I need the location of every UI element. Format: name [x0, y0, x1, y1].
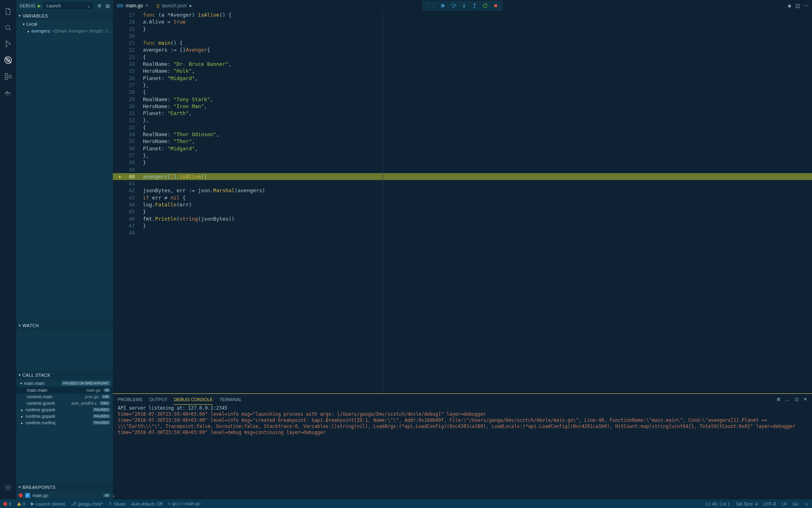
step-into-icon[interactable]	[461, 2, 467, 9]
code-line[interactable]: 34 RealName: "Thor Odinson",	[113, 131, 812, 138]
step-out-icon[interactable]	[471, 2, 478, 9]
callstack-frame[interactable]: runtime.mainproc.go198	[16, 393, 113, 400]
debug-config-select[interactable]: Launch ⌄	[43, 2, 93, 9]
callstack-header[interactable]: CALL STACK	[16, 371, 113, 380]
panel-tab-debug-console[interactable]: DEBUG CONSOLE	[174, 395, 213, 405]
code-line[interactable]: 30 HeroName: "Iron Man",	[113, 103, 812, 110]
debug-icon[interactable]	[0, 52, 16, 68]
callstack-thread[interactable]: main.main PAUSED ON BREAKPOINT	[16, 380, 113, 387]
code-line[interactable]: 19}	[113, 26, 812, 33]
code-line[interactable]: 23 {	[113, 54, 812, 61]
panel-clear-icon[interactable]: ≣	[777, 397, 780, 403]
status-auto-attach[interactable]: Auto Attach: Off	[132, 501, 163, 506]
status-git-branch[interactable]: ⎇ ganga.chris*	[71, 501, 103, 506]
source-control-icon[interactable]	[0, 36, 16, 52]
panel-close-icon[interactable]: ✕	[803, 397, 807, 403]
code-line[interactable]: 48	[113, 229, 812, 236]
code-line[interactable]: 37 },	[113, 152, 812, 159]
debug-console-toggle-icon[interactable]: ▥	[106, 3, 110, 9]
watch-header[interactable]: WATCH	[16, 321, 113, 330]
breakpoint-checkbox[interactable]: ✓	[25, 493, 30, 498]
watch-body[interactable]	[16, 330, 113, 371]
code-line[interactable]: 28 {	[113, 89, 812, 96]
debug-toolbar[interactable]: ⋮⋮	[422, 1, 503, 11]
panel-tab-output[interactable]: OUTPUT	[149, 395, 167, 404]
code-line[interactable]: 45 }	[113, 208, 812, 215]
continue-icon[interactable]	[440, 2, 446, 9]
code-line[interactable]: 35 HeroName: "Thor",	[113, 138, 812, 145]
callstack-frame[interactable]: runtime.runfinqPAUSED	[16, 419, 113, 426]
callstack-frame[interactable]: main.mainmain.go40	[16, 387, 113, 393]
search-icon[interactable]	[0, 20, 16, 36]
svg-point-16	[464, 7, 464, 8]
code-line[interactable]: 31 Planet: "Earth",	[113, 110, 812, 117]
status-warnings[interactable]: 0	[17, 501, 25, 506]
code-line[interactable]: 20	[113, 33, 812, 39]
code-line[interactable]: 38 }	[113, 159, 812, 166]
variable-row[interactable]: avengers: <[]main.Avenger> (length: 3…	[16, 28, 113, 34]
step-over-icon[interactable]	[450, 2, 457, 9]
callstack-frame[interactable]: runtime.goexitasm_amd64.s2361	[16, 400, 113, 406]
status-errors[interactable]: 0	[3, 501, 11, 506]
split-editor-icon[interactable]: ◫	[795, 3, 800, 9]
variables-scope[interactable]: Local	[16, 20, 113, 28]
code-line[interactable]: 42 jsonBytes, err := json.Marshal(avenge…	[113, 187, 812, 194]
code-line[interactable]: 22 avengers := []Avenger{	[113, 46, 812, 53]
code-line[interactable]: 39	[113, 166, 812, 173]
debug-console-output[interactable]: API server listening at: 127.0.0.1:2345t…	[113, 405, 812, 493]
code-line[interactable]: 43 if err ≠ nil {	[113, 194, 812, 201]
code-line[interactable]: 36 Planet: "Midgard",	[113, 145, 812, 152]
stop-icon[interactable]	[492, 2, 499, 9]
code-line[interactable]: 41	[113, 180, 812, 187]
variables-header[interactable]: VARIABLES	[16, 11, 113, 20]
code-line[interactable]: ▶40 avengers[1].isAlive()	[113, 173, 812, 180]
code-line[interactable]: 27 },	[113, 82, 812, 89]
settings-gear-icon[interactable]	[0, 480, 16, 496]
svg-rect-12	[7, 91, 8, 92]
status-debug-target[interactable]: ▶ Launch (devle)	[31, 501, 65, 506]
debug-console-input[interactable]: ›	[113, 493, 812, 499]
code-editor[interactable]: 17func (a *Avenger) isAlive() {18 a.Aliv…	[113, 11, 812, 393]
code-line[interactable]: 47}	[113, 222, 812, 229]
editor-tab-main[interactable]: GOmain.go×	[113, 0, 152, 11]
panel-tab-problems[interactable]: PROBLEMS	[118, 395, 143, 404]
status-feedback-icon[interactable]: ☺	[804, 501, 809, 506]
restart-icon[interactable]	[482, 2, 488, 9]
callstack-frame[interactable]: runtime.goparkPAUSED	[16, 406, 113, 413]
docker-icon[interactable]	[0, 85, 16, 101]
status-language[interactable]: Go	[793, 501, 799, 506]
code-line[interactable]: 21func main() {	[113, 39, 812, 46]
close-tab-icon[interactable]: ×	[145, 3, 148, 9]
debug-settings-gear-icon[interactable]: ⚙	[96, 3, 103, 9]
more-actions-icon[interactable]: ⋯	[804, 3, 809, 9]
explorer-icon[interactable]	[0, 3, 16, 20]
code-line[interactable]: 33 {	[113, 124, 812, 131]
panel-maximize-icon[interactable]: ◫	[795, 397, 799, 403]
callstack-body: main.main PAUSED ON BREAKPOINT main.main…	[16, 380, 113, 426]
code-line[interactable]: 44 log.Fatalln(err)	[113, 201, 812, 208]
status-eol[interactable]: LF	[782, 501, 787, 506]
callstack-frame[interactable]: runtime.goparkPAUSED	[16, 413, 113, 419]
start-debug-icon[interactable]: ▶	[38, 3, 41, 9]
code-line[interactable]: 29 RealName: "Tony Stark",	[113, 96, 812, 103]
breakpoints-header[interactable]: BREAKPOINTS	[16, 483, 113, 492]
editor-tab-launch[interactable]: {}launch.json●	[152, 0, 196, 11]
code-line[interactable]: 26 Planet: "Midgard",	[113, 75, 812, 82]
go-to-file-icon[interactable]: ◈	[788, 3, 791, 9]
code-line[interactable]: 24 RealName: "Dr. Bruce Banner",	[113, 61, 812, 67]
panel-collapse-icon[interactable]: ︿	[785, 397, 790, 403]
status-cursor-pos[interactable]: Ln 40, Col 1	[706, 501, 730, 506]
code-line[interactable]: 18 a.Alive = true	[113, 18, 812, 25]
extensions-icon[interactable]	[0, 68, 16, 85]
status-live-share[interactable]: ⇪ Share	[108, 501, 125, 506]
status-indent[interactable]: Tab Size: 4	[736, 501, 758, 506]
code-line[interactable]: 17func (a *Avenger) isAlive() {	[113, 11, 812, 18]
status-breadcrumb[interactable]: ⌗ go | ⌗ main.go	[168, 501, 200, 506]
breakpoint-row[interactable]: ✓main.go40	[19, 493, 110, 498]
panel-tab-terminal[interactable]: TERMINAL	[219, 395, 242, 404]
code-line[interactable]: 25 HeroName: "Hulk",	[113, 67, 812, 74]
status-encoding[interactable]: UTF-8	[763, 501, 776, 506]
toolbar-drag-handle[interactable]: ⋮⋮	[426, 4, 436, 8]
code-line[interactable]: 32 },	[113, 117, 812, 124]
code-line[interactable]: 46 fmt.Println(string(jsonBytes))	[113, 215, 812, 222]
